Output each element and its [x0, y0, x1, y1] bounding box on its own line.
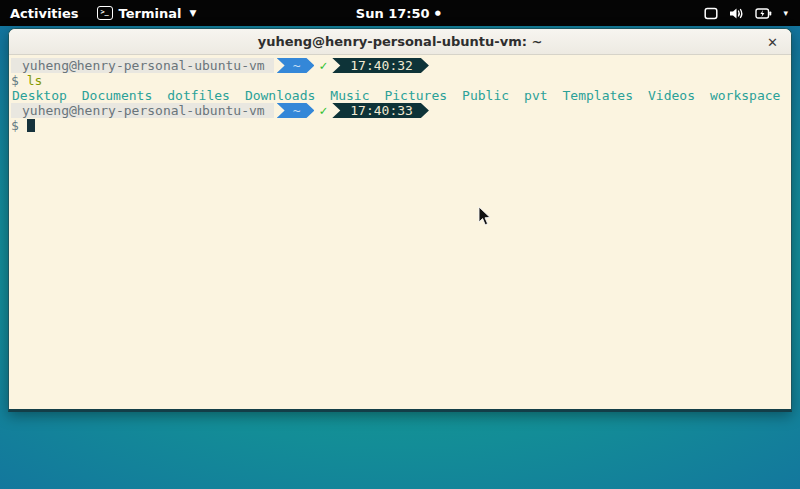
directory-name: workspace — [710, 88, 780, 103]
shell-prompt: $ — [11, 73, 19, 88]
prompt-userhost: yuheng@henry-personal-ubuntu-vm — [11, 103, 274, 118]
directory-name: pvt — [524, 88, 547, 103]
window-titlebar[interactable]: yuheng@henry-personal-ubuntu-vm: ~ ✕ — [9, 29, 791, 55]
window-title: yuheng@henry-personal-ubuntu-vm: ~ — [258, 34, 543, 49]
prompt-line: yuheng@henry-personal-ubuntu-vm ~ ✓ 17:4… — [11, 103, 789, 118]
directory-name: Public — [462, 88, 509, 103]
prompt-time-segment: 17:40:32 — [332, 58, 429, 73]
terminal-icon: >_ — [97, 6, 113, 20]
directory-name: Templates — [563, 88, 633, 103]
screen-icon — [704, 7, 718, 20]
top-bar: Activities >_ Terminal ▼ Sun 17:50 ● — [0, 0, 800, 26]
clock-menu[interactable]: Sun 17:50 ● — [356, 6, 441, 21]
prompt-line: yuheng@henry-personal-ubuntu-vm ~ ✓ 17:4… — [11, 58, 789, 73]
directory-name: Music — [330, 88, 369, 103]
prompt-time-segment: 17:40:33 — [332, 103, 429, 118]
volume-icon — [729, 7, 744, 20]
directory-name: Downloads — [245, 88, 315, 103]
typed-command: ls — [27, 73, 43, 88]
mouse-cursor — [478, 207, 492, 227]
check-icon: ✓ — [319, 103, 327, 118]
battery-charging-icon — [755, 7, 772, 20]
app-menu-label: Terminal — [119, 6, 182, 21]
clock-label: Sun 17:50 — [356, 6, 430, 21]
command-line-active[interactable]: $ — [11, 118, 789, 133]
notification-dot-icon: ● — [435, 10, 441, 17]
directory-name: Videos — [648, 88, 695, 103]
shell-prompt: $ — [11, 118, 19, 133]
app-menu[interactable]: >_ Terminal ▼ — [97, 6, 197, 21]
command-line: $ ls — [11, 73, 789, 88]
directory-name: Desktop — [12, 88, 67, 103]
activities-button[interactable]: Activities — [10, 6, 79, 21]
prompt-cwd-segment: ~ — [277, 103, 315, 118]
check-icon: ✓ — [319, 58, 327, 73]
terminal-content[interactable]: yuheng@henry-personal-ubuntu-vm ~ ✓ 17:4… — [9, 55, 791, 409]
prompt-cwd-segment: ~ — [277, 58, 315, 73]
directory-name: Documents — [82, 88, 152, 103]
prompt-userhost: yuheng@henry-personal-ubuntu-vm — [11, 58, 274, 73]
directory-name: dotfiles — [167, 88, 230, 103]
desktop: { "topbar": { "activities_label": "Activ… — [0, 0, 800, 489]
close-icon[interactable]: ✕ — [767, 35, 778, 48]
terminal-cursor — [27, 119, 35, 132]
system-status-menu[interactable]: ▾ — [704, 7, 788, 20]
directory-name: Pictures — [384, 88, 447, 103]
ls-output-line: Desktop Documents dotfiles Downloads Mus… — [11, 88, 789, 103]
terminal-window: yuheng@henry-personal-ubuntu-vm: ~ ✕ yuh… — [8, 28, 792, 412]
chevron-down-icon: ▼ — [189, 8, 196, 18]
chevron-down-icon: ▾ — [783, 8, 788, 18]
